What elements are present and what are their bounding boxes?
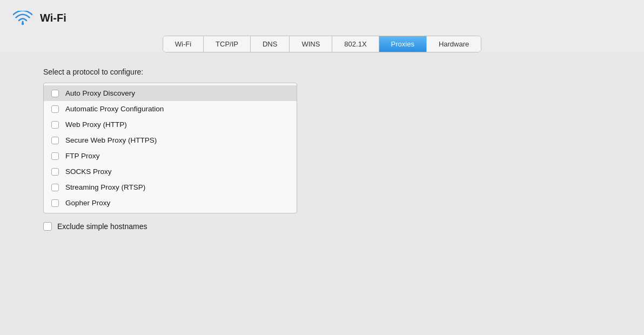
tab-wins[interactable]: WINS [290, 36, 332, 52]
protocol-item-gopher-proxy[interactable]: Gopher Proxy [44, 195, 297, 211]
checkbox-ftp-proxy[interactable] [51, 152, 59, 160]
checkbox-secure-web-proxy[interactable] [51, 137, 59, 144]
tab-wifi[interactable]: Wi-Fi [163, 36, 204, 52]
top-bar: Wi-Fi [0, 0, 644, 31]
checkbox-auto-proxy-discovery[interactable] [51, 90, 59, 97]
checkbox-auto-proxy-config[interactable] [51, 105, 59, 113]
protocol-item-auto-proxy-discovery[interactable]: Auto Proxy Discovery [44, 85, 297, 101]
protocol-label-web-proxy-http: Web Proxy (HTTP) [65, 120, 127, 129]
exclude-row[interactable]: Exclude simple hostnames [43, 222, 601, 231]
checkbox-web-proxy-http[interactable] [51, 121, 59, 129]
tab-hardware[interactable]: Hardware [427, 36, 481, 52]
protocol-item-socks-proxy[interactable]: SOCKS Proxy [44, 164, 297, 179]
tab-proxies[interactable]: Proxies [379, 36, 427, 52]
protocol-item-ftp-proxy[interactable]: FTP Proxy [44, 148, 297, 164]
protocol-item-auto-proxy-config[interactable]: Automatic Proxy Configuration [44, 101, 297, 117]
main-content: Select a protocol to configure: Auto Pro… [0, 52, 644, 335]
protocol-label-auto-proxy-discovery: Auto Proxy Discovery [65, 89, 135, 97]
tab-dns[interactable]: DNS [251, 36, 290, 52]
protocol-item-streaming-proxy[interactable]: Streaming Proxy (RTSP) [44, 179, 297, 195]
page-title: Wi-Fi [40, 12, 66, 24]
protocol-label-socks-proxy: SOCKS Proxy [65, 168, 112, 176]
protocol-label-gopher-proxy: Gopher Proxy [65, 199, 110, 207]
protocol-label-ftp-proxy: FTP Proxy [65, 152, 100, 160]
checkbox-exclude-hostnames[interactable] [43, 222, 52, 231]
protocol-label-secure-web-proxy: Secure Web Proxy (HTTPS) [65, 136, 157, 144]
tab-8021x[interactable]: 802.1X [332, 36, 379, 52]
tab-bar: Wi-Fi TCP/IP DNS WINS 802.1X Proxies Har… [0, 31, 644, 52]
checkbox-streaming-proxy[interactable] [51, 184, 59, 191]
wifi-icon [13, 10, 32, 26]
checkbox-gopher-proxy[interactable] [51, 199, 59, 207]
protocol-label-auto-proxy-config: Automatic Proxy Configuration [65, 105, 164, 113]
protocol-list: Auto Proxy Discovery Automatic Proxy Con… [43, 83, 297, 213]
checkbox-socks-proxy[interactable] [51, 168, 59, 176]
protocol-item-secure-web-proxy[interactable]: Secure Web Proxy (HTTPS) [44, 132, 297, 148]
protocol-label-streaming-proxy: Streaming Proxy (RTSP) [65, 183, 145, 191]
exclude-label: Exclude simple hostnames [57, 222, 147, 231]
protocol-item-web-proxy-http[interactable]: Web Proxy (HTTP) [44, 117, 297, 132]
svg-point-0 [22, 23, 24, 25]
section-label: Select a protocol to configure: [43, 68, 601, 76]
tab-tcpip[interactable]: TCP/IP [204, 36, 251, 52]
tab-bar-inner: Wi-Fi TCP/IP DNS WINS 802.1X Proxies Har… [163, 36, 482, 52]
